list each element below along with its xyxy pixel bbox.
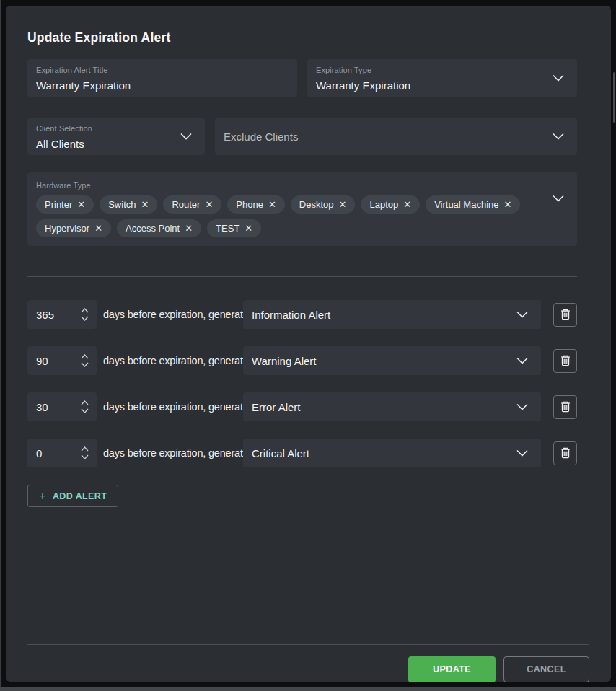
alert-row: days before expiration, generate Warning… (27, 346, 577, 375)
chip-label: Access Point (126, 223, 180, 234)
hardware-chip: Desktop✕ (291, 195, 356, 214)
expiration-type-label: Expiration Type (316, 66, 568, 75)
stepper-arrows (80, 400, 89, 414)
chip-label: Virtual Machine (434, 199, 498, 210)
chip-label: Switch (108, 199, 136, 210)
delete-alert-button[interactable] (553, 303, 577, 327)
days-before-text: days before expiration, generate (103, 401, 243, 413)
remove-chip-icon[interactable]: ✕ (504, 200, 512, 209)
divider (27, 644, 589, 645)
chip-label: Hypervisor (45, 223, 89, 234)
chevron-down-icon (551, 194, 566, 203)
expiration-alert-title-field[interactable]: Expiration Alert Title (27, 59, 297, 97)
alert-type-select[interactable]: Critical Alert (243, 439, 541, 467)
stepper-up-icon[interactable] (80, 400, 89, 406)
days-input[interactable] (36, 447, 74, 459)
exclude-clients-placeholder: Exclude Clients (224, 131, 298, 143)
chevron-down-icon (551, 74, 566, 82)
delete-alert-button[interactable] (553, 349, 577, 373)
client-selection-select[interactable]: Client Selection All Clients (27, 118, 205, 155)
days-input[interactable] (36, 355, 74, 367)
remove-chip-icon[interactable]: ✕ (141, 200, 149, 209)
days-before-text: days before expiration, generate (103, 355, 243, 366)
expiration-alert-title-input[interactable] (36, 79, 263, 93)
days-input[interactable] (36, 401, 74, 413)
alert-type-select[interactable]: Information Alert (243, 300, 541, 329)
hardware-chip: Access Point✕ (117, 219, 201, 237)
chevron-down-icon (515, 402, 529, 411)
alert-row: days before expiration, generate Informa… (27, 300, 577, 329)
remove-chip-icon[interactable]: ✕ (339, 200, 347, 209)
alert-type-select[interactable]: Warning Alert (243, 346, 541, 375)
days-stepper[interactable] (27, 346, 97, 375)
days-before-text: days before expiration, generate (103, 447, 243, 459)
add-alert-label: ADD ALERT (53, 491, 107, 501)
chevron-down-icon (515, 356, 529, 365)
alert-row: days before expiration, generate Critica… (27, 439, 577, 467)
stepper-up-icon[interactable] (80, 446, 89, 452)
days-input[interactable] (36, 309, 74, 321)
plus-icon: + (39, 490, 46, 502)
hardware-chip: Phone✕ (227, 195, 285, 214)
remove-chip-icon[interactable]: ✕ (403, 200, 411, 209)
stepper-down-icon[interactable] (80, 454, 89, 460)
stepper-up-icon[interactable] (80, 308, 89, 314)
days-before-text: days before expiration, generate (103, 309, 243, 320)
expiration-type-value: Warranty Expiration (316, 79, 543, 93)
expiration-type-select[interactable]: Expiration Type Warranty Expiration (307, 59, 577, 97)
chip-label: TEST (216, 223, 239, 234)
cancel-button[interactable]: CANCEL (503, 656, 589, 682)
remove-chip-icon[interactable]: ✕ (77, 200, 85, 209)
page-scrollbar[interactable] (613, 72, 615, 123)
chip-label: Phone (236, 199, 263, 210)
hardware-chip: Printer✕ (36, 195, 94, 214)
chevron-down-icon (551, 132, 566, 141)
stepper-down-icon[interactable] (80, 316, 89, 322)
client-selection-value: All Clients (36, 137, 180, 151)
alert-type-value: Information Alert (252, 309, 330, 321)
page-edge-bottom (0, 687, 616, 691)
hardware-type-label: Hardware Type (36, 181, 548, 190)
trash-icon (560, 308, 571, 321)
stepper-arrows (80, 446, 89, 460)
modal-title: Update Expiration Alert (27, 29, 589, 46)
delete-alert-button[interactable] (553, 395, 577, 419)
hardware-chip: TEST✕ (207, 219, 261, 237)
update-button[interactable]: UPDATE (408, 656, 496, 682)
days-stepper[interactable] (27, 300, 97, 329)
hardware-type-multiselect[interactable]: Hardware Type Printer✕ Switch✕ Router✕ P… (27, 172, 577, 246)
stepper-up-icon[interactable] (80, 354, 89, 360)
chevron-down-icon (515, 449, 529, 457)
chip-label: Router (172, 199, 200, 210)
hardware-chip: Hypervisor✕ (36, 219, 111, 237)
form-row-1: Expiration Alert Title Expiration Type W… (27, 59, 577, 97)
add-alert-button[interactable]: + ADD ALERT (27, 485, 118, 507)
remove-chip-icon[interactable]: ✕ (94, 224, 102, 233)
days-stepper[interactable] (27, 439, 97, 467)
divider (27, 276, 577, 277)
hardware-chip: Laptop✕ (361, 195, 420, 214)
days-stepper[interactable] (27, 392, 97, 421)
stepper-arrows (80, 308, 89, 322)
hardware-chip: Virtual Machine✕ (426, 195, 520, 214)
stepper-arrows (80, 354, 89, 368)
alert-rows: days before expiration, generate Informa… (27, 300, 589, 467)
stepper-down-icon[interactable] (80, 362, 89, 368)
form-row-2: Client Selection All Clients Exclude Cli… (27, 118, 577, 155)
remove-chip-icon[interactable]: ✕ (185, 224, 193, 233)
remove-chip-icon[interactable]: ✕ (268, 200, 276, 209)
remove-chip-icon[interactable]: ✕ (245, 224, 252, 233)
exclude-clients-select[interactable]: Exclude Clients (215, 118, 577, 155)
stepper-down-icon[interactable] (80, 408, 89, 414)
alert-row: days before expiration, generate Error A… (27, 392, 577, 421)
alert-type-value: Warning Alert (252, 355, 316, 367)
trash-icon (560, 446, 571, 459)
alert-type-select[interactable]: Error Alert (243, 392, 541, 421)
hardware-chip: Switch✕ (100, 195, 157, 214)
chevron-down-icon (179, 132, 193, 141)
delete-alert-button[interactable] (553, 441, 577, 465)
chip-label: Desktop (299, 199, 334, 210)
remove-chip-icon[interactable]: ✕ (205, 200, 213, 209)
page-edge-left (0, 0, 1, 691)
update-expiration-alert-modal: Update Expiration Alert Expiration Alert… (6, 6, 611, 682)
